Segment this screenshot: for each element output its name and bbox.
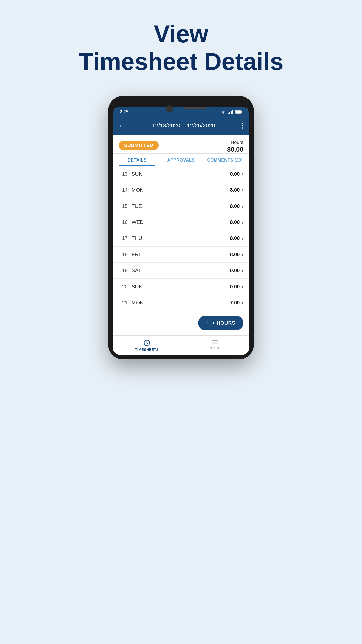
day-name: MON xyxy=(132,300,152,306)
day-number: 14 xyxy=(119,187,128,193)
day-row[interactable]: 15 TUE 8.00 › xyxy=(113,198,249,214)
day-hours: 8.00 › xyxy=(230,219,243,225)
hours-display: Hours 80.00 xyxy=(227,140,243,153)
day-name: SAT xyxy=(132,268,152,273)
add-hours-button[interactable]: + + HOURS xyxy=(198,316,243,330)
more-button[interactable] xyxy=(242,123,243,129)
day-number: 21 xyxy=(119,300,128,306)
more-dot-1 xyxy=(242,123,243,124)
status-badge: SUBMITTED xyxy=(119,141,159,150)
day-row[interactable]: 21 MON 7.00 › xyxy=(113,295,249,311)
day-row[interactable]: 17 THU 8.00 › xyxy=(113,230,249,247)
back-button[interactable]: ← xyxy=(119,122,125,130)
day-hours-value: 0.00 xyxy=(230,268,240,273)
day-name: FRI xyxy=(132,252,152,257)
tabs-container: DETAILS APPROVALS COMMENTS (20) xyxy=(113,154,249,166)
bottom-nav: TIMESHEETS MORE xyxy=(113,335,249,355)
chevron-right-icon: › xyxy=(242,284,243,290)
day-hours: 8.00 › xyxy=(230,187,243,193)
phone-screen: 2:25 xyxy=(113,107,249,355)
day-name: TUE xyxy=(132,203,152,209)
day-hours-value: 8.00 xyxy=(230,203,240,209)
phone-speaker xyxy=(184,107,206,109)
battery-icon xyxy=(235,110,242,114)
tab-comments[interactable]: COMMENTS (20) xyxy=(203,154,247,166)
day-hours-value: 8.00 xyxy=(230,235,240,241)
day-row[interactable]: 20 SUN 0.00 › xyxy=(113,279,249,295)
clock-icon xyxy=(143,339,150,346)
svg-rect-2 xyxy=(241,111,242,113)
add-hours-area: + + HOURS xyxy=(113,311,249,335)
tab-approvals[interactable]: APPROVALS xyxy=(159,154,203,166)
chevron-right-icon: › xyxy=(242,300,243,306)
signal-icon xyxy=(228,110,233,114)
nav-more-label: MORE xyxy=(210,346,221,350)
page-title: View Timesheet Details xyxy=(79,20,284,76)
tab-details[interactable]: DETAILS xyxy=(115,154,159,166)
nav-timesheets-label: TIMESHEETS xyxy=(135,348,159,352)
day-name: THU xyxy=(132,235,152,241)
day-hours-value: 7.00 xyxy=(230,300,240,306)
status-section: SUBMITTED Hours 80.00 xyxy=(113,135,249,154)
day-hours: 0.00 › xyxy=(230,268,243,273)
chevron-right-icon: › xyxy=(242,219,243,225)
day-number: 20 xyxy=(119,284,128,290)
day-hours: 0.00 › xyxy=(230,284,243,290)
chevron-right-icon: › xyxy=(242,268,243,273)
day-hours-value: 8.00 xyxy=(230,252,240,257)
day-hours-value: 0.00 xyxy=(230,284,240,290)
day-number: 18 xyxy=(119,252,128,257)
phone-frame: 2:25 xyxy=(108,96,254,359)
day-hours: 7.00 › xyxy=(230,300,243,306)
day-hours-value: 8.00 xyxy=(230,187,240,193)
day-number: 16 xyxy=(119,219,128,225)
plus-icon: + xyxy=(206,320,210,326)
day-row[interactable]: 19 SAT 0.00 › xyxy=(113,263,249,279)
day-row[interactable]: 13 SUN 0.00 › xyxy=(113,166,249,182)
header-date-range: 12/13/2020 – 12/26/2020 xyxy=(152,122,215,129)
nav-item-more[interactable]: MORE xyxy=(181,338,249,353)
day-name: MON xyxy=(132,187,152,193)
day-number: 15 xyxy=(119,203,128,209)
day-row[interactable]: 16 WED 8.00 › xyxy=(113,214,249,230)
day-name: WED xyxy=(132,219,152,225)
status-bar: 2:25 xyxy=(113,107,249,117)
more-dot-2 xyxy=(242,125,243,126)
chevron-right-icon: › xyxy=(242,252,243,257)
nav-item-timesheets[interactable]: TIMESHEETS xyxy=(113,338,181,353)
phone-camera xyxy=(166,105,173,112)
hours-value: 80.00 xyxy=(227,146,243,153)
day-hours-value: 8.00 xyxy=(230,219,240,225)
day-hours: 0.00 › xyxy=(230,171,243,177)
status-icons xyxy=(221,110,242,114)
chevron-right-icon: › xyxy=(242,235,243,241)
day-list: 13 SUN 0.00 › 14 MON 8.00 › 15 TUE xyxy=(113,166,249,311)
app-header: ← 12/13/2020 – 12/26/2020 xyxy=(113,117,249,135)
hours-label: Hours xyxy=(227,140,243,145)
chevron-right-icon: › xyxy=(242,171,243,177)
day-hours: 8.00 › xyxy=(230,203,243,209)
more-dot-3 xyxy=(242,127,243,129)
day-hours: 8.00 › xyxy=(230,252,243,257)
wifi-icon xyxy=(221,110,226,114)
status-time: 2:25 xyxy=(120,109,128,115)
day-hours-value: 0.00 xyxy=(230,171,240,177)
more-nav-icon xyxy=(212,339,219,345)
day-name: SUN xyxy=(132,284,152,290)
day-hours: 8.00 › xyxy=(230,235,243,241)
day-number: 17 xyxy=(119,235,128,241)
day-number: 13 xyxy=(119,171,128,177)
add-hours-label: + HOURS xyxy=(212,320,235,326)
chevron-right-icon: › xyxy=(242,203,243,209)
svg-rect-1 xyxy=(236,111,241,113)
day-row[interactable]: 18 FRI 8.00 › xyxy=(113,247,249,263)
chevron-right-icon: › xyxy=(242,187,243,193)
day-number: 19 xyxy=(119,268,128,273)
phone-notch xyxy=(113,103,249,107)
day-row[interactable]: 14 MON 8.00 › xyxy=(113,182,249,198)
day-name: SUN xyxy=(132,171,152,177)
